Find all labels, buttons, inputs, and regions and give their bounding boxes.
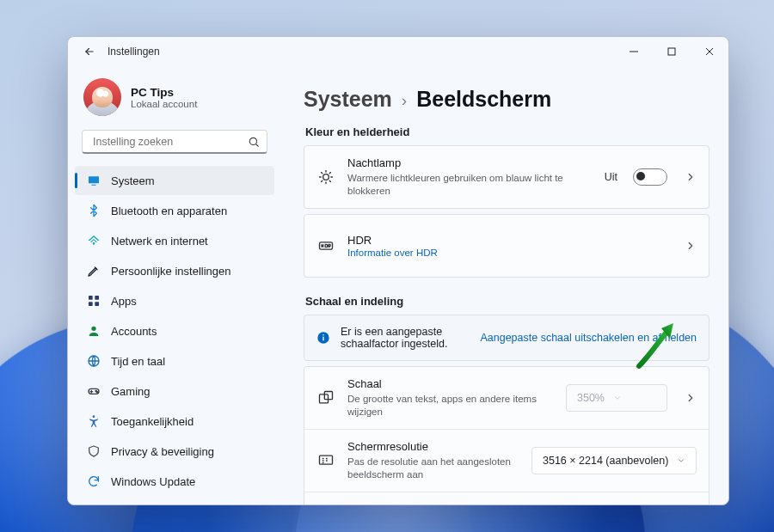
sidebar-item-personalization[interactable]: Persoonlijke instellingen (75, 256, 274, 285)
chevron-right-icon: › (402, 91, 407, 110)
svg-rect-0 (668, 48, 675, 55)
sidebar-item-label: Windows Update (111, 475, 195, 488)
svg-rect-5 (95, 296, 99, 300)
nightlight-subtitle: Warmere lichtkleuren gebruiken om blauw … (347, 172, 593, 198)
sidebar-item-bluetooth[interactable]: Bluetooth en apparaten (75, 196, 274, 225)
resolution-title: Schermresolutie (347, 440, 519, 454)
svg-point-13 (93, 415, 95, 418)
svg-rect-18 (322, 334, 323, 335)
setting-row-resolution[interactable]: Schermresolutie Pas de resolutie aan het… (304, 429, 709, 492)
sidebar-item-system[interactable]: Systeem (75, 166, 274, 195)
svg-rect-17 (322, 337, 323, 341)
scale-title: Schaal (347, 377, 554, 391)
hdr-icon (316, 236, 335, 255)
settings-group-scale-layout: Schaal De grootte van tekst, apps en and… (304, 366, 710, 504)
setting-card-hdr: HDR Informatie over HDR (304, 214, 710, 278)
setting-row-orientation: Schermstand Liggend (304, 492, 709, 504)
scale-notice-message: Er is een aangepaste schaalfactor ingest… (341, 326, 470, 350)
svg-rect-6 (89, 302, 93, 306)
setting-row-hdr[interactable]: HDR Informatie over HDR (304, 215, 709, 277)
sidebar-item-label: Netwerk en internet (111, 235, 208, 248)
sidebar-item-privacy[interactable]: Privacy & beveiliging (75, 437, 274, 466)
profile-name: PC Tips (131, 86, 197, 99)
sidebar: PC Tips Lokaal account Systeem (68, 66, 281, 504)
sidebar-item-label: Tijd en taal (111, 355, 165, 368)
chevron-right-icon[interactable] (685, 240, 697, 252)
scale-notice: Er is een aangepaste schaalfactor ingest… (304, 315, 710, 361)
arrow-left-icon (83, 46, 95, 58)
sidebar-item-label: Accounts (111, 325, 157, 338)
svg-rect-2 (89, 176, 99, 183)
sidebar-item-accessibility[interactable]: Toegankelijkheid (75, 407, 274, 436)
chevron-down-icon (677, 456, 685, 465)
time-language-icon (87, 354, 101, 368)
app-title: Instellingen (108, 46, 160, 58)
profile-account-type: Lokaal account (131, 99, 197, 109)
system-icon (87, 174, 101, 187)
sidebar-item-windows-update[interactable]: Windows Update (75, 467, 274, 496)
scale-value: 350% (577, 392, 605, 404)
sidebar-item-label: Gaming (111, 385, 150, 398)
svg-rect-7 (95, 302, 99, 306)
setting-card-nightlight: Nachtlamp Warmere lichtkleuren gebruiken… (304, 145, 710, 209)
windows-update-icon (87, 474, 101, 488)
accounts-icon (87, 324, 101, 338)
apps-icon (87, 294, 101, 308)
privacy-icon (87, 444, 101, 458)
hdr-title: HDR (347, 234, 667, 248)
resolution-value: 3516 × 2214 (aanbevolen) (543, 455, 668, 467)
scale-subtitle: De grootte van tekst, apps en andere ite… (347, 393, 554, 419)
search-icon (248, 136, 260, 148)
settings-window: Instellingen PC Tips Lokaal account (67, 36, 729, 505)
sidebar-item-label: Bluetooth en apparaten (111, 205, 227, 217)
section-schaal-title: Schaal en indeling (305, 295, 710, 308)
sidebar-item-apps[interactable]: Apps (75, 286, 274, 315)
network-icon (87, 234, 101, 248)
svg-point-14 (323, 174, 329, 180)
sidebar-item-label: Privacy & beveiliging (111, 445, 214, 458)
nav: Systeem Bluetooth en apparaten Netwerk e… (75, 166, 274, 496)
scale-notice-action[interactable]: Aangepaste schaal uitschakelen en afmeld… (480, 332, 697, 344)
accessibility-icon (87, 414, 101, 428)
svg-rect-4 (89, 296, 93, 300)
resolution-icon (316, 451, 335, 470)
svg-point-1 (249, 138, 256, 144)
search-box[interactable] (82, 130, 267, 154)
svg-point-8 (91, 327, 95, 331)
sidebar-item-network[interactable]: Netwerk en internet (75, 226, 274, 255)
info-icon (316, 331, 330, 345)
nightlight-icon (316, 168, 335, 187)
nightlight-toggle[interactable] (633, 168, 667, 186)
scale-icon (316, 388, 335, 407)
setting-row-scale[interactable]: Schaal De grootte van tekst, apps en and… (304, 367, 709, 429)
personalization-icon (87, 264, 101, 278)
chevron-right-icon[interactable] (685, 171, 697, 183)
sidebar-item-gaming[interactable]: Gaming (75, 376, 274, 406)
sidebar-item-accounts[interactable]: Accounts (75, 316, 274, 345)
svg-rect-21 (320, 456, 333, 464)
breadcrumb-root[interactable]: Systeem (304, 87, 392, 112)
avatar (83, 78, 121, 116)
minimize-button[interactable] (615, 37, 653, 66)
sidebar-item-label: Systeem (111, 174, 155, 187)
search-input[interactable] (91, 135, 248, 149)
close-icon (705, 47, 714, 56)
hdr-link[interactable]: Informatie over HDR (347, 248, 667, 258)
breadcrumb-page: Beeldscherm (416, 87, 551, 112)
chevron-down-icon (613, 394, 622, 402)
maximize-icon (667, 47, 676, 56)
resolution-dropdown[interactable]: 3516 × 2214 (aanbevolen) (531, 447, 697, 474)
sidebar-item-label: Toegankelijkheid (111, 415, 194, 428)
back-button[interactable] (80, 42, 99, 61)
chevron-right-icon[interactable] (685, 392, 697, 404)
titlebar: Instellingen (68, 37, 728, 66)
content-area: Systeem › Beeldscherm Kleur en helderhei… (281, 66, 728, 504)
scale-dropdown[interactable]: 350% (566, 384, 667, 412)
close-button[interactable] (691, 37, 728, 66)
setting-row-nightlight[interactable]: Nachtlamp Warmere lichtkleuren gebruiken… (304, 146, 709, 208)
maximize-button[interactable] (653, 37, 691, 66)
sidebar-item-time-language[interactable]: Tijd en taal (75, 346, 274, 376)
profile-block[interactable]: PC Tips Lokaal account (75, 75, 274, 128)
section-kleur-title: Kleur en helderheid (305, 125, 710, 138)
resolution-subtitle: Pas de resolutie aan het aangesloten bee… (347, 456, 519, 481)
